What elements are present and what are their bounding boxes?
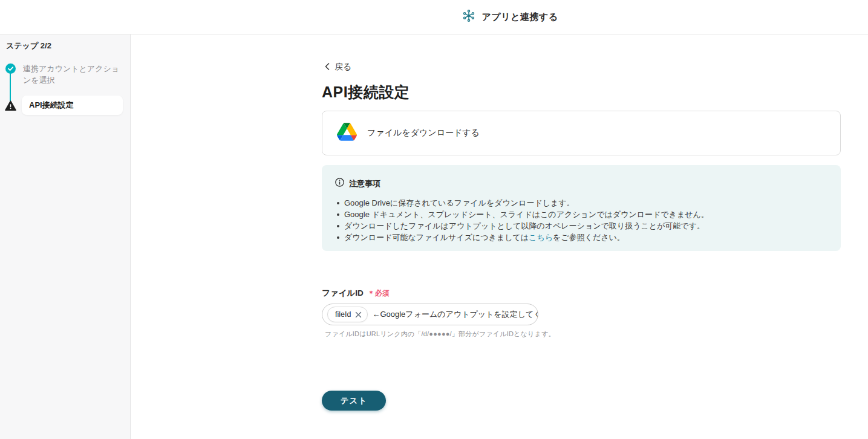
notice-item-prefix: ダウンロード可能なファイルサイズにつきましては	[344, 233, 529, 242]
action-card-label: ファイルをダウンロードする	[367, 128, 480, 138]
notice-list: Google Driveに保存されているファイルをダウンロードします。 Goog…	[335, 197, 827, 243]
file-id-label: ファイルID	[322, 288, 364, 299]
notice-title: 注意事項	[349, 178, 380, 189]
app-header: アプリと連携する	[0, 0, 868, 34]
notice-item: Google Driveに保存されているファイルをダウンロードします。	[335, 197, 827, 209]
file-size-link[interactable]: こちら	[529, 233, 553, 242]
chevron-left-icon	[325, 62, 330, 72]
back-button[interactable]: 戻る	[325, 62, 351, 73]
header-brand: アプリと連携する	[462, 9, 558, 25]
back-label: 戻る	[334, 62, 351, 73]
google-drive-icon	[337, 123, 357, 143]
step-counter: ステップ 2/2	[6, 41, 51, 51]
close-icon[interactable]	[355, 311, 362, 318]
sidebar-item-api-settings[interactable]: API接続設定	[22, 96, 123, 115]
required-badge: ＊必須	[368, 288, 390, 299]
step-sidebar: ステップ 2/2 連携アカウントとアクションを選択 API接続設定	[0, 34, 131, 439]
header-title: アプリと連携する	[481, 11, 558, 23]
step-connector-line	[10, 73, 11, 101]
notice-item: Google ドキュメント、スプレッドシート、スライドはこのアクションではダウン…	[335, 209, 827, 220]
notice-item: ダウンロード可能なファイルサイズにつきましてはこちらをご参照ください。	[335, 232, 827, 243]
file-id-helper-text: ファイルIDはURLリンク内の「/d/●●●●●/」部分がファイルIDとなります…	[325, 330, 555, 339]
sidebar-item-select-account[interactable]: 連携アカウントとアクションを選択	[23, 63, 121, 86]
app-integration-icon	[462, 9, 475, 25]
sidebar-item-label: API接続設定	[29, 100, 74, 111]
chip-label: fileId	[335, 310, 351, 319]
test-button[interactable]: テスト	[322, 391, 386, 411]
output-variable-chip[interactable]: fileId	[327, 307, 368, 322]
notice-item: ダウンロードしたファイルはアウトプットとして以降のオペレーションで取り扱うことが…	[335, 220, 827, 232]
input-text: ←Googleフォームのアウトプットを設定してくだ	[372, 309, 538, 320]
main-panel: 戻る API接続設定 ファイルをダウンロードする	[131, 34, 868, 439]
notice-item-suffix: をご参照ください。	[553, 233, 625, 242]
field-label-row: ファイルID ＊必須	[322, 288, 390, 299]
info-icon	[335, 178, 344, 189]
file-id-input[interactable]: fileId ←Googleフォームのアウトプットを設定してくだ	[322, 304, 538, 325]
content-column: 戻る API接続設定 ファイルをダウンロードする	[322, 34, 841, 439]
action-card[interactable]: ファイルをダウンロードする	[322, 111, 841, 155]
page-title: API接続設定	[322, 82, 410, 102]
notice-box: 注意事項 Google Driveに保存されているファイルをダウンロードします。…	[322, 165, 841, 251]
step-warning-icon	[5, 100, 16, 114]
